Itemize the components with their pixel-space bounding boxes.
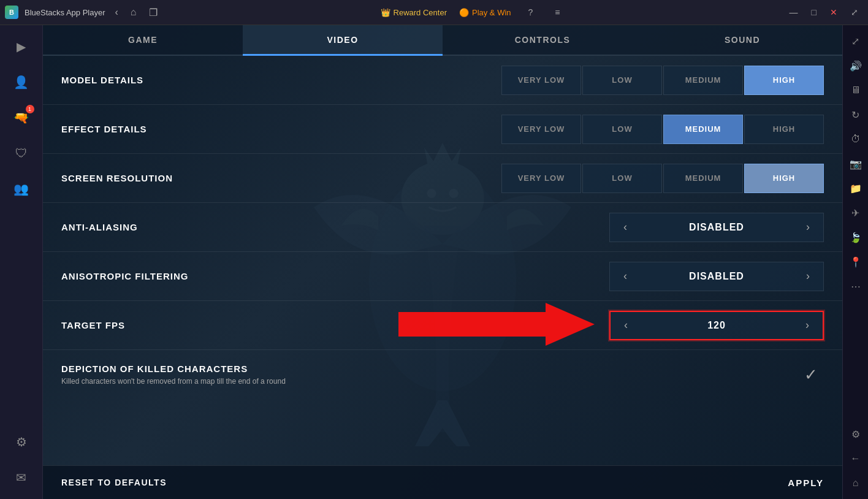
apply-button[interactable]: APPLY — [788, 478, 824, 488]
title-bar-center: 👑 Reward Center 🟠 Play & Win ? ≡ — [381, 6, 565, 18]
tab-video-label: VIDEO — [327, 35, 358, 45]
sidebar-item-play[interactable]: ▶ — [6, 31, 37, 62]
reset-defaults-button[interactable]: RESET TO DEFAULTS — [61, 478, 167, 487]
anisotropic-filtering-row: ANISOTROPIC FILTERING ‹ DISABLED › — [43, 252, 842, 301]
eco-rt-icon: 🍃 — [850, 232, 862, 243]
effect-low-btn[interactable]: LOW — [582, 115, 662, 144]
rt-back-btn[interactable]: ← — [845, 448, 867, 470]
back-nav-button[interactable]: ‹ — [112, 6, 122, 19]
sidebar-item-mail[interactable]: ✉ — [6, 462, 37, 493]
reward-center-button[interactable]: 👑 Reward Center — [381, 8, 447, 17]
rt-eco-btn[interactable]: 🍃 — [845, 226, 867, 248]
anisotropic-spinner: ‹ DISABLED › — [609, 262, 824, 291]
model-details-row: MODEL DETAILS VERY LOW LOW MEDIUM HIGH — [43, 56, 842, 105]
effect-high-btn[interactable]: HIGH — [744, 115, 824, 144]
rt-folder-btn[interactable]: 📁 — [845, 177, 867, 199]
expand-window-button[interactable]: ⤢ — [846, 6, 863, 18]
sidebar-item-friends[interactable]: 👥 — [6, 173, 37, 204]
right-toolbar: ⤢ 🔊 🖥 ↻ ⏱ 📷 📁 ✈ 🍃 📍 ⋯ ⚙ ← ⌂ — [842, 25, 868, 499]
sidebar-item-settings[interactable]: ⚙ — [6, 427, 37, 457]
duplicate-nav-button[interactable]: ❐ — [145, 6, 161, 20]
res-very-low-btn[interactable]: VERY LOW — [501, 164, 581, 193]
tab-game-label: GAME — [128, 35, 158, 45]
effect-details-label: EFFECT DETAILS — [61, 124, 233, 134]
rt-camera-btn[interactable]: 📷 — [845, 153, 867, 175]
sidebar-item-game[interactable]: 🔫 1 — [6, 102, 37, 133]
depiction-labels: DEPICTION OF KILLED CHARACTERS Killed ch… — [61, 364, 286, 386]
model-medium-btn[interactable]: MEDIUM — [663, 66, 743, 95]
checkmark-value[interactable]: ✓ — [804, 365, 818, 384]
title-bar-right: — □ ✕ ⤢ — [785, 6, 863, 18]
tab-game[interactable]: GAME — [43, 25, 243, 56]
anisotropic-next-btn[interactable]: › — [793, 262, 823, 291]
effect-medium-btn[interactable]: MEDIUM — [663, 115, 743, 144]
res-medium-btn[interactable]: MEDIUM — [663, 164, 743, 193]
depiction-sublabel: Killed characters won't be removed from … — [61, 377, 286, 386]
model-high-btn[interactable]: HIGH — [744, 66, 824, 95]
screen-resolution-controls: VERY LOW LOW MEDIUM HIGH — [501, 164, 824, 193]
rt-more-btn[interactable]: ⋯ — [845, 275, 867, 297]
depiction-label: DEPICTION OF KILLED CHARACTERS — [61, 364, 248, 374]
sidebar-item-profile[interactable]: 👤 — [6, 67, 37, 97]
anti-aliasing-prev-btn[interactable]: ‹ — [610, 213, 641, 242]
rt-volume-btn[interactable]: 🔊 — [845, 55, 867, 77]
target-fps-next-btn[interactable]: › — [792, 312, 823, 339]
anisotropic-filtering-controls: ‹ DISABLED › — [609, 262, 824, 291]
effect-very-low-btn[interactable]: VERY LOW — [501, 115, 581, 144]
rt-fps-btn[interactable]: ⏱ — [845, 128, 867, 150]
model-very-low-btn[interactable]: VERY LOW — [501, 66, 581, 95]
anti-aliasing-value: DISABLED — [641, 222, 793, 233]
menu-button[interactable]: ≡ — [550, 6, 565, 18]
rt-screen-btn[interactable]: 🖥 — [845, 79, 867, 101]
depiction-controls: ✓ — [804, 365, 824, 384]
close-button[interactable]: ✕ — [825, 6, 842, 18]
play-icon: ▶ — [17, 39, 26, 54]
friends-icon: 👥 — [13, 181, 29, 196]
red-arrow-annotation — [398, 300, 595, 351]
expand-rt-icon: ⤢ — [851, 36, 859, 47]
camera-rt-icon: 📷 — [850, 158, 862, 170]
model-details-label: MODEL DETAILS — [61, 75, 233, 85]
rt-gear-btn[interactable]: ⚙ — [845, 423, 867, 445]
res-low-btn[interactable]: LOW — [582, 164, 662, 193]
fps-rt-icon: ⏱ — [851, 134, 861, 145]
sidebar: ▶ 👤 🔫 1 🛡 👥 ⚙ ✉ — [0, 25, 43, 499]
model-details-controls: VERY LOW LOW MEDIUM HIGH — [501, 66, 824, 95]
effect-details-controls: VERY LOW LOW MEDIUM HIGH — [501, 115, 824, 144]
tab-video[interactable]: VIDEO — [243, 25, 443, 56]
airplane-rt-icon: ✈ — [851, 207, 859, 219]
help-button[interactable]: ? — [523, 6, 538, 18]
minimize-button[interactable]: — — [785, 6, 803, 18]
anti-aliasing-spinner: ‹ DISABLED › — [609, 213, 824, 242]
home-nav-button[interactable]: ⌂ — [127, 6, 140, 19]
maximize-button[interactable]: □ — [807, 6, 821, 18]
anisotropic-value: DISABLED — [641, 271, 793, 282]
tab-sound[interactable]: SOUND — [642, 25, 842, 56]
rt-home-btn[interactable]: ⌂ — [845, 472, 867, 494]
mail-icon: ✉ — [16, 470, 26, 485]
game-badge: 1 — [26, 105, 34, 113]
settings-list: MODEL DETAILS VERY LOW LOW MEDIUM HIGH E… — [43, 56, 842, 465]
model-low-btn[interactable]: LOW — [582, 66, 662, 95]
more-rt-icon: ⋯ — [851, 281, 861, 292]
tab-controls-label: CONTROLS — [515, 35, 571, 45]
tab-controls[interactable]: CONTROLS — [443, 25, 642, 56]
sidebar-item-shield[interactable]: 🛡 — [6, 138, 37, 169]
rt-airplane-btn[interactable]: ✈ — [845, 202, 867, 224]
anti-aliasing-next-btn[interactable]: › — [793, 213, 823, 242]
target-fps-prev-btn[interactable]: ‹ — [611, 312, 641, 339]
rt-location-btn[interactable]: 📍 — [845, 251, 867, 273]
location-rt-icon: 📍 — [850, 256, 862, 268]
rt-rotate-btn[interactable]: ↻ — [845, 104, 867, 126]
play-win-button[interactable]: 🟠 Play & Win — [459, 8, 511, 17]
target-fps-value: 120 — [641, 320, 792, 331]
title-bar: B BlueStacks App Player ‹ ⌂ ❐ 👑 Reward C… — [0, 0, 868, 25]
anti-aliasing-row: ANTI-ALIASING ‹ DISABLED › — [43, 203, 842, 252]
fire-icon: 🟠 — [459, 8, 469, 17]
app-logo: B — [5, 6, 18, 19]
rt-expand-btn[interactable]: ⤢ — [845, 30, 867, 52]
anisotropic-prev-btn[interactable]: ‹ — [610, 262, 641, 291]
res-high-btn[interactable]: HIGH — [744, 164, 824, 193]
screen-resolution-row: SCREEN RESOLUTION VERY LOW LOW MEDIUM HI… — [43, 154, 842, 203]
app-title: BlueStacks App Player — [25, 8, 105, 17]
